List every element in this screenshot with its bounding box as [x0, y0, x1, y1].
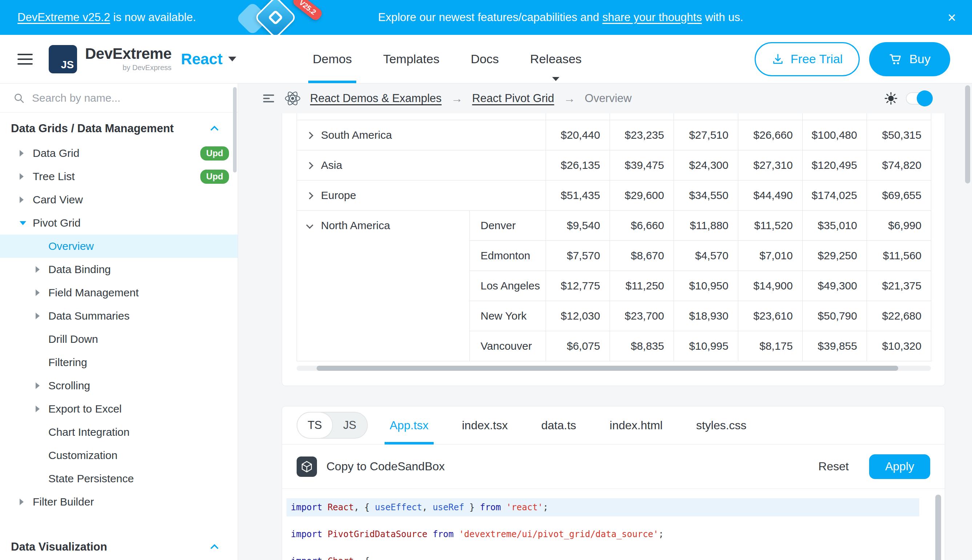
expand-arrow-icon[interactable]	[36, 406, 40, 412]
sidebar-item-pivot-grid[interactable]: Pivot Grid	[0, 212, 238, 235]
pivot-region-cell[interactable]: Asia	[297, 150, 546, 180]
code-tab-app-tsx[interactable]: App.tsx	[390, 407, 428, 445]
page-scrollbar-thumb[interactable]	[965, 85, 970, 183]
sidebar-item-export-to-excel[interactable]: Export to Excel	[0, 397, 238, 420]
collapse-row-icon[interactable]	[306, 222, 313, 229]
code-tab-index-tsx[interactable]: index.tsx	[462, 407, 508, 445]
sidebar-item-field-management[interactable]: Field Management	[0, 281, 238, 304]
code-token: import	[291, 502, 323, 512]
sidebar-item-scrolling[interactable]: Scrolling	[0, 374, 238, 397]
code-scrollbar-thumb[interactable]	[935, 495, 941, 560]
language-toggle[interactable]: TSJS	[297, 412, 368, 439]
pivot-region-cell[interactable]: North America	[297, 210, 470, 361]
codesandbox-icon[interactable]	[297, 457, 317, 477]
pivot-value-cell: $26,660	[738, 120, 803, 150]
free-trial-button[interactable]: Free Trial	[755, 42, 860, 76]
expand-row-icon[interactable]	[306, 192, 313, 199]
framework-selector[interactable]: React	[181, 52, 236, 67]
pivot-region-cell[interactable]: South America	[297, 120, 546, 150]
pivot-value-cell: $12,030	[546, 301, 610, 331]
sidebar-item-data-summaries[interactable]: Data Summaries	[0, 304, 238, 328]
banner-close-icon[interactable]: ×	[948, 10, 956, 25]
code-tab-index-html[interactable]: index.html	[610, 407, 662, 445]
code-token: 'react'	[506, 502, 543, 512]
collapse-section-icon[interactable]	[211, 126, 219, 134]
lang-toggle-js[interactable]: JS	[332, 413, 367, 438]
sidebar-item-filter-builder[interactable]: Filter Builder	[0, 490, 238, 513]
share-your-thoughts-link[interactable]: share your thoughts	[602, 11, 702, 23]
expand-arrow-icon[interactable]	[36, 290, 40, 296]
theme-toggle[interactable]	[906, 92, 932, 105]
sidebar-item-tree-list[interactable]: Tree ListUpd	[0, 165, 238, 188]
chevron-down-icon	[228, 57, 236, 62]
options-icon[interactable]	[262, 92, 275, 105]
sidebar-item-card-view[interactable]: Card View	[0, 188, 238, 212]
copy-to-codesandbox-button[interactable]: Copy to CodeSandBox	[326, 460, 445, 473]
code-editor[interactable]: import React, { useEffect, useRef } from…	[282, 489, 945, 560]
sidebar-scrollbar[interactable]	[233, 87, 237, 173]
chevron-down-icon	[552, 77, 559, 81]
nav-item-templates[interactable]: Templates	[383, 35, 440, 83]
pivot-value-cell: $34,550	[674, 180, 738, 210]
code-token: from	[433, 529, 453, 539]
pivot-value-cell: $29,600	[610, 180, 674, 210]
pivot-value-cell: $8,670	[610, 240, 674, 270]
code-panel: TSJS App.tsxindex.tsxdata.tsindex.htmlst…	[282, 406, 945, 560]
expand-arrow-icon[interactable]	[20, 197, 23, 203]
expand-arrow-icon[interactable]	[36, 266, 40, 273]
sidebar-item-data-binding[interactable]: Data Binding	[0, 258, 238, 281]
devextreme-js-logo[interactable]: JS	[49, 45, 77, 73]
sidebar-item-overview[interactable]: Overview	[0, 235, 238, 258]
sidebar-item-state-persistence[interactable]: State Persistence	[0, 467, 238, 490]
expand-arrow-icon[interactable]	[20, 150, 23, 157]
banner-announcement-text: is now available.	[110, 11, 196, 23]
banner-version-link[interactable]: DevExtreme v25.2	[17, 11, 110, 23]
code-token: Chart	[328, 556, 354, 560]
breadcrumb-link-pivot-grid[interactable]: React Pivot Grid	[472, 92, 554, 105]
code-token: useRef	[433, 502, 464, 512]
brand-block[interactable]: DevExtreme by DevExpress	[85, 46, 172, 72]
lang-toggle-ts[interactable]: TS	[297, 413, 332, 438]
buy-button[interactable]: Buy	[869, 42, 950, 76]
pivot-value-cell: $8,175	[738, 331, 803, 361]
reset-button[interactable]: Reset	[818, 460, 849, 473]
expand-arrow-icon[interactable]	[20, 498, 23, 505]
theme-toggle-thumb[interactable]	[917, 90, 933, 107]
apply-button[interactable]: Apply	[869, 454, 930, 479]
nav-item-releases[interactable]: Releases	[530, 35, 582, 83]
sidebar-nav: Data Grids / Data Management Data GridUp…	[0, 113, 238, 560]
pivot-row: Europe$51,435$29,600$34,550$44,490$174,0…	[297, 180, 931, 210]
expand-arrow-icon[interactable]	[20, 173, 23, 180]
breadcrumb-link-demos[interactable]: React Demos & Examples	[310, 92, 442, 105]
sidebar-section-data-visualization[interactable]: Data Visualization	[0, 534, 238, 560]
expand-arrow-icon[interactable]	[36, 382, 40, 389]
breadcrumb-separator: →	[451, 92, 463, 105]
expand-row-icon[interactable]	[306, 162, 313, 169]
pivot-region-cell[interactable]: Europe	[297, 180, 546, 210]
cart-icon	[889, 53, 902, 66]
sidebar-item-data-grid[interactable]: Data GridUpd	[0, 142, 238, 165]
sidebar-item-filtering[interactable]: Filtering	[0, 351, 238, 374]
pivot-row: North AmericaDenver$9,540$6,660$11,880$1…	[297, 210, 931, 240]
pivot-horizontal-scrollbar-thumb[interactable]	[316, 366, 898, 371]
expand-row-icon[interactable]	[306, 132, 313, 139]
nav-item-demos[interactable]: Demos	[313, 35, 352, 83]
sidebar-item-chart-integration[interactable]: Chart Integration	[0, 420, 238, 444]
code-tab-data-ts[interactable]: data.ts	[541, 407, 576, 445]
download-icon	[772, 53, 784, 65]
sidebar-item-customization[interactable]: Customization	[0, 444, 238, 467]
sidebar-item-drill-down[interactable]: Drill Down	[0, 328, 238, 351]
expand-arrow-icon[interactable]	[36, 313, 40, 319]
sidebar-section-data-grids[interactable]: Data Grids / Data Management	[0, 115, 238, 142]
main-nav: DemosTemplatesDocsReleases	[313, 35, 582, 83]
sidebar-item-label: Export to Excel	[49, 403, 122, 415]
collapse-arrow-icon[interactable]	[20, 221, 26, 225]
code-tab-styles-css[interactable]: styles.css	[696, 407, 747, 445]
collapse-section-icon[interactable]	[211, 544, 219, 552]
sidebar-items: Data GridUpdTree ListUpdCard ViewPivot G…	[0, 142, 238, 513]
menu-icon[interactable]	[17, 50, 33, 68]
search-input[interactable]	[32, 92, 203, 104]
updated-badge: Upd	[200, 170, 229, 184]
pivot-value-cell: $100,480	[803, 120, 867, 150]
nav-item-docs[interactable]: Docs	[471, 35, 499, 83]
